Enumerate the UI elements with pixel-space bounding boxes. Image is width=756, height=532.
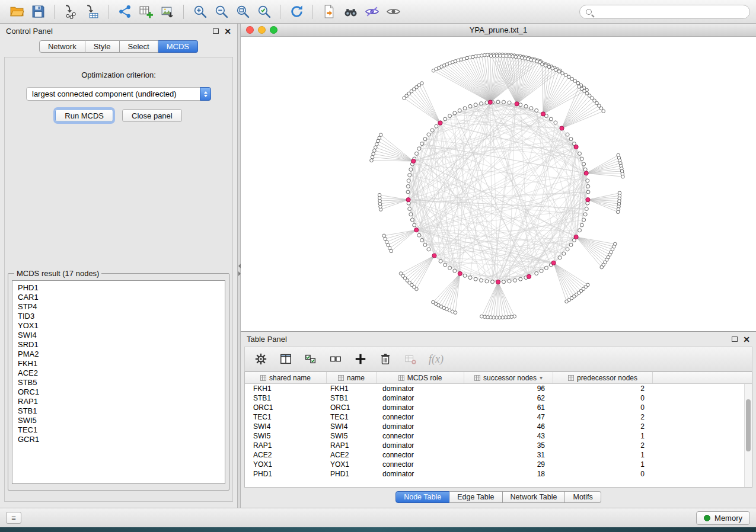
network-node[interactable] <box>480 278 483 282</box>
dominator-node[interactable] <box>551 261 556 265</box>
network-node[interactable] <box>513 278 517 282</box>
leaf-node[interactable] <box>565 300 569 303</box>
leaf-node[interactable] <box>524 57 527 60</box>
network-node[interactable] <box>448 266 452 270</box>
column-header-name[interactable]: name <box>327 372 377 383</box>
network-node[interactable] <box>586 185 590 188</box>
mcds-result-item[interactable]: SWI4 <box>18 331 219 340</box>
leaf-node[interactable] <box>547 65 551 69</box>
network-node[interactable] <box>474 277 477 281</box>
leaf-node[interactable] <box>374 146 378 149</box>
network-view[interactable] <box>241 37 756 331</box>
leaf-node[interactable] <box>520 56 524 60</box>
network-node[interactable] <box>474 103 477 107</box>
document-share-icon[interactable] <box>318 3 340 21</box>
network-node[interactable] <box>569 243 573 246</box>
add-row-icon[interactable] <box>354 351 367 367</box>
scrollbar-thumb[interactable] <box>746 399 751 451</box>
leaf-node[interactable] <box>511 55 515 59</box>
network-window-titlebar[interactable]: YPA_prune.txt_1 <box>241 24 756 37</box>
mcds-result-item[interactable]: STP4 <box>18 302 219 312</box>
mcds-result-item[interactable]: YOX1 <box>18 321 219 331</box>
unselect-all-icon[interactable] <box>329 351 342 367</box>
network-node[interactable] <box>420 238 424 242</box>
table-row[interactable]: TEC1TEC1connector472 <box>245 412 752 422</box>
mcds-result-item[interactable]: CAR1 <box>18 293 219 302</box>
network-node[interactable] <box>535 272 538 275</box>
network-node[interactable] <box>585 207 588 211</box>
network-node[interactable] <box>458 109 461 113</box>
leaf-node[interactable] <box>370 159 374 162</box>
leaf-node[interactable] <box>420 82 424 85</box>
network-node[interactable] <box>485 280 489 283</box>
save-icon[interactable] <box>27 3 49 21</box>
network-node[interactable] <box>540 269 543 273</box>
network-node[interactable] <box>549 117 553 121</box>
network-node[interactable] <box>409 213 413 216</box>
network-node[interactable] <box>468 276 472 280</box>
network-node[interactable] <box>430 129 434 132</box>
table-row[interactable]: STB1STB1dominator620 <box>245 393 752 403</box>
dominator-node[interactable] <box>458 271 462 275</box>
network-node[interactable] <box>491 280 495 284</box>
network-node[interactable] <box>480 102 483 105</box>
dominator-node[interactable] <box>496 280 500 284</box>
network-node[interactable] <box>569 137 573 141</box>
network-node[interactable] <box>582 162 586 166</box>
network-node[interactable] <box>524 104 528 108</box>
network-canvas[interactable] <box>241 37 756 331</box>
collapse-left-icon[interactable] <box>238 264 241 268</box>
network-node[interactable] <box>444 263 447 267</box>
network-node[interactable] <box>444 117 447 121</box>
leaf-node[interactable] <box>570 77 574 81</box>
leaf-node[interactable] <box>573 79 577 83</box>
leaf-node[interactable] <box>373 149 377 152</box>
leaf-node[interactable] <box>508 55 512 58</box>
network-node[interactable] <box>554 121 557 124</box>
dominator-node[interactable] <box>541 112 545 116</box>
memory-button[interactable]: Memory <box>696 511 750 525</box>
tab-motifs[interactable]: Motifs <box>565 491 601 503</box>
network-node[interactable] <box>407 179 410 182</box>
close-control-panel-icon[interactable]: ✕ <box>224 28 231 35</box>
image-export-icon[interactable] <box>157 3 178 21</box>
mcds-result-item[interactable]: TID3 <box>18 312 219 321</box>
dominator-node[interactable] <box>414 228 419 232</box>
network-share-icon[interactable] <box>114 3 135 21</box>
table-row[interactable]: ACE2ACE2connector311 <box>245 450 752 460</box>
network-node[interactable] <box>508 101 511 104</box>
leaf-node[interactable] <box>385 241 388 244</box>
mcds-result-item[interactable]: GCR1 <box>18 435 219 444</box>
network-node[interactable] <box>519 277 522 281</box>
network-node[interactable] <box>544 266 548 270</box>
import-network-icon[interactable] <box>60 3 81 21</box>
network-node[interactable] <box>582 218 586 222</box>
network-node[interactable] <box>558 256 562 259</box>
dominator-node[interactable] <box>488 100 492 104</box>
leaf-node[interactable] <box>375 143 379 146</box>
dominator-node[interactable] <box>515 102 519 106</box>
network-node[interactable] <box>583 213 587 216</box>
dominator-node[interactable] <box>412 159 416 163</box>
delete-row-icon[interactable] <box>379 351 392 367</box>
leaf-node[interactable] <box>517 56 521 59</box>
tab-network[interactable]: Network <box>39 40 85 53</box>
select-all-icon[interactable] <box>304 351 317 367</box>
leaf-node[interactable] <box>372 152 375 156</box>
column-header-MCDS-role[interactable]: MCDS role <box>377 372 464 383</box>
show-columns-icon[interactable] <box>279 351 292 367</box>
network-node[interactable] <box>435 124 438 128</box>
network-node[interactable] <box>519 103 522 107</box>
column-header-predecessor-nodes[interactable]: predecessor nodes <box>553 372 653 383</box>
close-table-panel-icon[interactable]: ✕ <box>743 336 750 343</box>
leaf-node[interactable] <box>379 133 383 137</box>
network-node[interactable] <box>453 111 457 115</box>
network-node[interactable] <box>409 168 413 171</box>
table-row[interactable]: SWI5SWI5connector431 <box>245 431 752 441</box>
mcds-result-item[interactable]: SRD1 <box>18 340 219 350</box>
table-row[interactable]: YOX1YOX1connector291 <box>245 460 752 469</box>
dominator-node[interactable] <box>574 235 578 239</box>
table-row[interactable]: FKH1FKH1dominator962 <box>245 384 752 393</box>
network-node[interactable] <box>413 223 416 227</box>
leaf-node[interactable] <box>600 265 604 269</box>
